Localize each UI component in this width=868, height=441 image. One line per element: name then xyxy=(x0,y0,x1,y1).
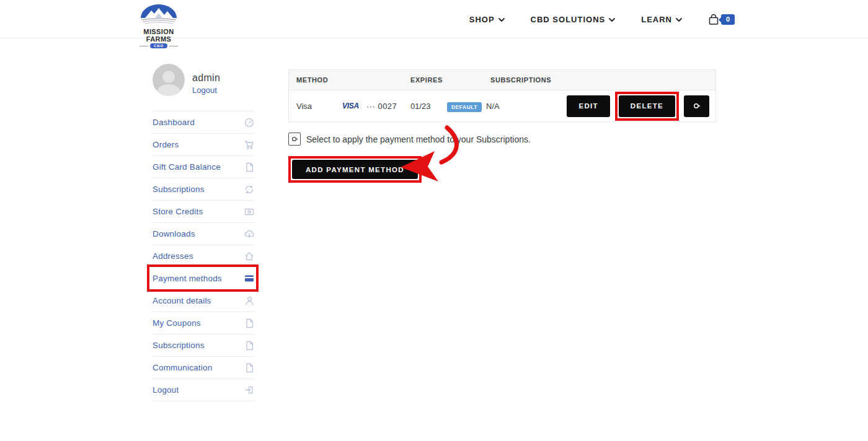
site-header: MISSION FARMS CBD SHOP CBD SOLUTIONS LEA… xyxy=(0,0,868,38)
default-badge: DEFAULT xyxy=(447,102,482,112)
sidebar-item-store-credits[interactable]: Store Credits xyxy=(153,201,254,223)
add-payment-method-button[interactable]: ADD PAYMENT METHOD xyxy=(292,160,418,179)
banknote-icon xyxy=(244,207,254,216)
brand-name: MISSION FARMS xyxy=(136,28,182,43)
brand-sub: CBD xyxy=(135,43,182,48)
sidebar-item-label: Dashboard xyxy=(153,118,195,127)
select-circle-icon xyxy=(288,133,301,146)
logout-icon xyxy=(244,385,254,395)
sidebar-item-label: Orders xyxy=(153,140,179,149)
sidebar-item-label: Payment methods xyxy=(153,274,222,283)
subscriptions-note: Select to apply the payment method to yo… xyxy=(288,133,716,146)
annotation-box: DELETE xyxy=(615,92,679,121)
sidebar-item-label: Subscriptions xyxy=(153,341,205,350)
logout-link[interactable]: Logout xyxy=(192,85,220,95)
nav-item-label: CBD SOLUTIONS xyxy=(531,15,606,24)
visa-logo: VISA xyxy=(340,100,361,111)
sidebar-item-label: Downloads xyxy=(153,229,195,238)
column-header-expires: EXPIRES xyxy=(410,76,490,84)
username: admin xyxy=(192,72,220,84)
default-cell: DEFAULT xyxy=(447,102,486,111)
column-header-method: METHOD xyxy=(289,76,410,84)
apply-to-subscriptions-button[interactable] xyxy=(684,95,709,117)
user-icon xyxy=(245,296,254,306)
sidebar-item-addresses[interactable]: Addresses xyxy=(153,245,254,268)
divider xyxy=(140,46,148,46)
document-icon xyxy=(245,318,254,328)
brand-logo[interactable]: MISSION FARMS CBD xyxy=(135,4,182,48)
profile-block: admin Logout xyxy=(153,64,254,96)
cart-icon xyxy=(244,140,254,150)
main-nav: SHOP CBD SOLUTIONS LEARN 0 xyxy=(469,0,735,38)
edit-button[interactable]: EDIT xyxy=(567,95,609,117)
sidebar-item-orders[interactable]: Orders xyxy=(153,134,254,156)
table-header-row: METHOD EXPIRES SUBSCRIPTIONS xyxy=(289,70,715,90)
brand-sub-label: CBD xyxy=(150,43,167,48)
sidebar-item-label: Addresses xyxy=(153,251,193,261)
cart-button[interactable]: 0 xyxy=(708,14,735,25)
nav-item-learn[interactable]: LEARN xyxy=(641,15,682,24)
credit-card-icon xyxy=(244,274,254,282)
sidebar-item-label: My Coupons xyxy=(153,318,201,328)
refresh-icon xyxy=(244,185,254,194)
nav-item-shop[interactable]: SHOP xyxy=(469,15,505,24)
note-text: Select to apply the payment method to yo… xyxy=(306,134,531,144)
sidebar-item-label: Store Credits xyxy=(153,207,203,216)
sidebar-item-subscriptions-2[interactable]: Subscriptions xyxy=(153,334,254,357)
cloud-download-icon xyxy=(244,229,254,238)
sidebar-item-label: Subscriptions xyxy=(153,185,205,194)
sidebar-item-account-details[interactable]: Account details xyxy=(153,290,254,312)
sidebar-item-subscriptions[interactable]: Subscriptions xyxy=(153,178,254,201)
select-circle-icon xyxy=(693,102,701,110)
sidebar-item-downloads[interactable]: Downloads xyxy=(153,223,254,245)
account-menu: Dashboard Orders Gift Card Balance Subsc… xyxy=(153,111,254,401)
account-sidebar: admin Logout Dashboard Orders Gift Card … xyxy=(153,64,254,401)
document-icon xyxy=(245,341,254,351)
nav-item-label: SHOP xyxy=(469,15,495,24)
sidebar-item-payment-methods[interactable]: Payment methods xyxy=(153,268,254,290)
column-header-subscriptions: SUBSCRIPTIONS xyxy=(490,76,551,84)
sidebar-item-my-coupons[interactable]: My Coupons xyxy=(153,312,254,334)
sidebar-item-label: Gift Card Balance xyxy=(153,162,221,172)
sidebar-item-label: Account details xyxy=(153,296,211,305)
document-icon xyxy=(245,162,254,172)
delete-button[interactable]: DELETE xyxy=(619,95,675,117)
payment-methods-content: METHOD EXPIRES SUBSCRIPTIONS Visa VISA ·… xyxy=(288,69,716,183)
gauge-icon xyxy=(244,118,254,128)
card-type: Visa xyxy=(289,102,340,111)
sidebar-item-communication[interactable]: Communication xyxy=(153,357,254,379)
nav-item-cbd-solutions[interactable]: CBD SOLUTIONS xyxy=(531,15,616,24)
logo-mountains-icon xyxy=(139,4,179,25)
avatar xyxy=(153,64,185,96)
nav-item-label: LEARN xyxy=(641,15,672,24)
cart-count-badge: 0 xyxy=(721,14,735,25)
profile-texts: admin Logout xyxy=(192,64,220,95)
payment-methods-table: METHOD EXPIRES SUBSCRIPTIONS Visa VISA ·… xyxy=(288,69,716,122)
chevron-down-icon xyxy=(498,18,505,22)
sidebar-item-dashboard[interactable]: Dashboard xyxy=(153,111,254,134)
card-detail: VISA ··· 0027 xyxy=(340,100,410,111)
table-row: Visa VISA ··· 0027 01/23 DEFAULT N/A EDI… xyxy=(289,90,715,121)
document-icon xyxy=(245,363,254,373)
annotation-box: ADD PAYMENT METHOD xyxy=(288,156,422,183)
shopping-bag-icon xyxy=(708,14,719,25)
divider xyxy=(169,46,178,46)
card-digits: ··· 0027 xyxy=(366,102,397,111)
page: MISSION FARMS CBD SHOP CBD SOLUTIONS LEA… xyxy=(0,0,868,441)
sidebar-item-label: Logout xyxy=(153,385,179,395)
chevron-down-icon xyxy=(676,18,682,22)
sidebar-item-label: Communication xyxy=(153,363,212,372)
home-icon xyxy=(244,251,254,261)
row-actions: EDIT DELETE xyxy=(567,92,715,121)
sidebar-item-gift-card-balance[interactable]: Gift Card Balance xyxy=(153,156,254,178)
subscriptions-value: N/A xyxy=(486,102,567,111)
card-expires: 01/23 xyxy=(410,102,447,111)
chevron-down-icon xyxy=(609,18,615,22)
sidebar-item-logout[interactable]: Logout xyxy=(153,379,254,401)
